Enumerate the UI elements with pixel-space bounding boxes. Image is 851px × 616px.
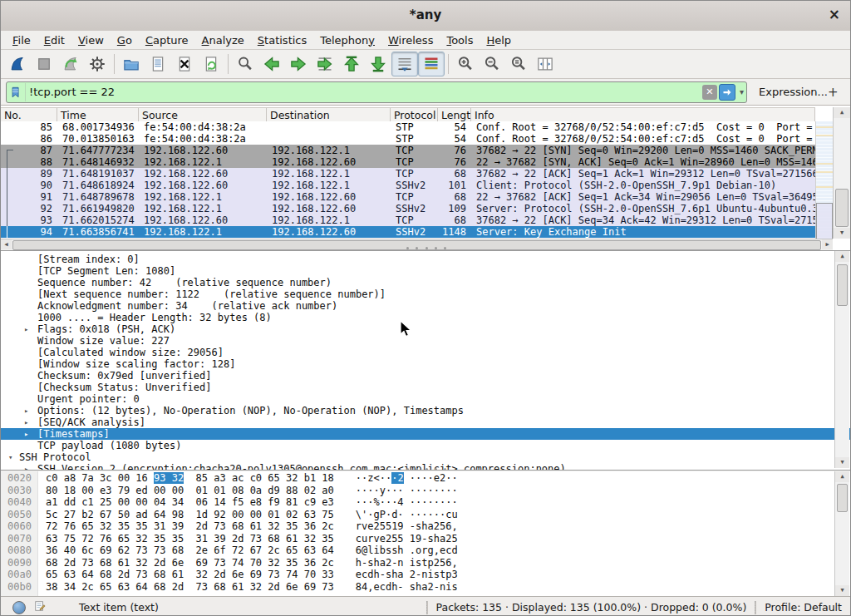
menu-go[interactable]: Go	[111, 32, 139, 48]
details-vscrollbar[interactable]: ▲ ▼	[834, 251, 849, 468]
menu-wireless[interactable]: Wireless	[381, 32, 440, 48]
go-last-button[interactable]	[365, 52, 391, 76]
hex-row-00b0[interactable]: 00b038 34 2c 65 63 64 68 2d 73 68 61 32 …	[1, 581, 850, 594]
filter-history-caret[interactable]: ▾	[740, 87, 744, 96]
detail-line[interactable]: [Next sequence number: 1122 (relative se…	[1, 288, 850, 300]
hex-row-0050[interactable]: 00505c 27 b2 67 50 ad 64 98 1d 92 00 00 …	[1, 509, 850, 521]
zoom-in-button[interactable]	[452, 52, 479, 76]
add-filter-button[interactable]: +	[828, 85, 839, 100]
menu-help[interactable]: Help	[480, 32, 518, 48]
packet-row-89[interactable]: 8971.648191037192.168.122.60192.168.122.…	[1, 168, 815, 180]
expanded-triangle-icon[interactable]: ▾	[8, 451, 12, 463]
go-first-button[interactable]	[338, 52, 365, 76]
scroll-down-arrow[interactable]: ▼	[834, 228, 850, 239]
scroll-up-arrow[interactable]: ▲	[834, 107, 850, 118]
auto-scroll-button[interactable]	[391, 52, 418, 76]
scroll-right-arrow[interactable]: ▶	[822, 239, 833, 249]
filter-apply-button[interactable]	[719, 84, 735, 101]
reload-file-button[interactable]	[198, 52, 224, 76]
menu-tools[interactable]: Tools	[440, 32, 480, 48]
packet-row-92[interactable]: 9271.661949820192.168.122.1192.168.122.6…	[1, 203, 815, 214]
menu-analyze[interactable]: Analyze	[195, 32, 251, 48]
detail-line[interactable]: [Stream index: 0]	[1, 254, 850, 265]
menu-file[interactable]: File	[6, 32, 37, 48]
collapsed-triangle-icon[interactable]: ▸	[24, 463, 28, 471]
display-filter-input[interactable]	[26, 84, 702, 101]
packet-row-86[interactable]: 8670.013850163fe:54:00:d4:38:2aSTP54Conf…	[1, 133, 815, 145]
zoom-out-button[interactable]	[479, 52, 505, 76]
collapsed-triangle-icon[interactable]: ▸	[24, 405, 28, 416]
hex-row-0070[interactable]: 007063 75 72 76 65 32 35 35 31 39 2d 73 …	[1, 533, 850, 545]
packet-row-90[interactable]: 9071.648618924192.168.122.60192.168.122.…	[1, 180, 815, 191]
detail-line[interactable]: Acknowledgment number: 34 (relative ack …	[1, 300, 850, 312]
packet-row-94[interactable]: 9471.663856741192.168.122.1192.168.122.6…	[1, 226, 815, 238]
scrollbar-thumb[interactable]	[837, 484, 848, 512]
detail-line[interactable]: [TCP Segment Len: 1080]	[1, 265, 850, 277]
column-header-no[interactable]: No.	[1, 108, 57, 122]
filter-clear-button[interactable]: ✕	[702, 85, 717, 100]
start-capture-button[interactable]	[4, 52, 31, 76]
detail-line[interactable]: Urgent pointer: 0	[1, 393, 850, 405]
capture-comment-icon[interactable]	[34, 600, 46, 614]
go-to-packet-button[interactable]	[312, 52, 338, 76]
resize-columns-button[interactable]	[532, 52, 558, 76]
hex-row-0080[interactable]: 008036 40 6c 69 62 73 73 68 2e 6f 72 67 …	[1, 545, 850, 557]
capture-options-button[interactable]	[84, 52, 111, 76]
scroll-up-arrow[interactable]: ▲	[835, 251, 849, 262]
find-packet-button[interactable]	[232, 52, 258, 76]
packet-row-88[interactable]: 8871.648146932192.168.122.1192.168.122.6…	[1, 156, 815, 168]
scrollbar-thumb[interactable]	[837, 264, 848, 306]
collapsed-triangle-icon[interactable]: ▸	[24, 323, 28, 335]
expert-info-icon[interactable]	[12, 601, 26, 614]
menu-edit[interactable]: Edit	[37, 32, 71, 48]
collapsed-triangle-icon[interactable]: ▸	[24, 428, 28, 440]
detail-line[interactable]: ▸Options: (12 bytes), No-Operation (NOP)…	[1, 405, 850, 416]
profile-label[interactable]: Profile: Default	[765, 601, 842, 614]
zoom-original-button[interactable]	[505, 52, 532, 76]
detail-line[interactable]: ▸Flags: 0x018 (PSH, ACK)	[1, 323, 850, 335]
go-previous-button[interactable]	[258, 52, 285, 76]
column-header-source[interactable]: Source	[139, 108, 267, 122]
hex-row-0030[interactable]: 003080 18 00 e3 79 ed 00 00 01 01 08 0a …	[1, 485, 850, 497]
scrollbar-thumb[interactable]	[835, 189, 849, 227]
detail-line[interactable]: [Calculated window size: 29056]	[1, 347, 850, 358]
detail-line[interactable]: Window size value: 227	[1, 335, 850, 347]
close-file-button[interactable]	[171, 52, 198, 76]
menu-view[interactable]: View	[71, 32, 111, 48]
detail-line[interactable]: Sequence number: 42 (relative sequence n…	[1, 277, 850, 288]
colorize-button[interactable]	[418, 52, 445, 76]
scroll-down-arrow[interactable]: ▼	[835, 585, 849, 596]
minimap-view-indicator[interactable]	[816, 203, 833, 239]
detail-line[interactable]: ▾SSH Protocol	[1, 451, 850, 463]
hex-row-0060[interactable]: 006072 76 65 32 35 35 31 39 2d 73 68 61 …	[1, 520, 850, 533]
detail-line[interactable]: Checksum: 0x79ed [unverified]	[1, 370, 850, 382]
filter-bookmark-icon[interactable]	[7, 83, 26, 101]
column-header-time[interactable]: Time	[57, 108, 139, 122]
column-header-info[interactable]: Info	[471, 108, 815, 122]
expression-button[interactable]: Expression...	[759, 86, 828, 98]
packet-row-91[interactable]: 9171.648789678192.168.122.1192.168.122.6…	[1, 191, 815, 203]
open-file-button[interactable]	[118, 52, 145, 76]
save-file-button[interactable]	[145, 52, 171, 76]
bytes-vscrollbar[interactable]: ▲ ▼	[834, 471, 849, 596]
scroll-up-arrow[interactable]: ▲	[835, 471, 849, 482]
detail-line[interactable]: 1000 .... = Header Length: 32 bytes (8)	[1, 312, 850, 323]
close-window-button[interactable]: ×	[829, 6, 840, 22]
column-header-protocol[interactable]: Protocol	[391, 108, 438, 122]
stop-capture-button[interactable]	[31, 52, 57, 76]
detail-line[interactable]: ▸[Timestamps]	[1, 428, 850, 440]
menu-telephony[interactable]: Telephony	[313, 32, 381, 48]
packet-row-93[interactable]: 9371.662015274192.168.122.60192.168.122.…	[1, 214, 815, 226]
packet-row-87[interactable]: 8771.647777234192.168.122.60192.168.122.…	[1, 145, 815, 156]
scroll-left-arrow[interactable]: ◀	[1, 239, 12, 249]
hex-dump[interactable]: 0020c0 a8 7a 3c 00 16 93 32 85 a3 ac c0 …	[1, 471, 850, 593]
column-header-destination[interactable]: Destination	[267, 108, 391, 122]
go-next-button[interactable]	[285, 52, 312, 76]
restart-capture-button[interactable]	[57, 52, 84, 76]
packet-list-minimap[interactable]	[815, 121, 833, 239]
hex-row-0040[interactable]: 0040a1 dd c1 25 00 00 04 34 06 14 f5 e8 …	[1, 496, 850, 509]
detail-line[interactable]: ▸[SEQ/ACK analysis]	[1, 416, 850, 428]
detail-line[interactable]: [Window size scaling factor: 128]	[1, 358, 850, 370]
scroll-down-arrow[interactable]: ▼	[835, 457, 849, 468]
packet-list-vscrollbar[interactable]: ▲ ▼	[833, 107, 850, 239]
